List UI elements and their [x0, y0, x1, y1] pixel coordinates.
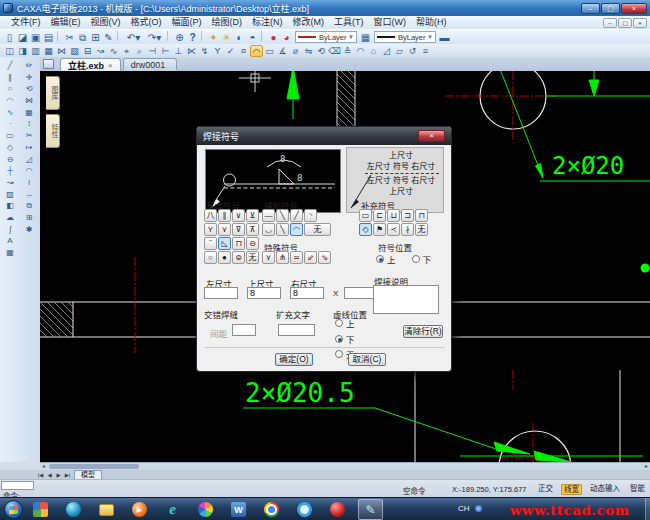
tool-rotate[interactable]: ⟲: [21, 83, 37, 95]
document-tab[interactable]: drw0001: [123, 58, 178, 71]
tool-circle[interactable]: ○: [2, 83, 18, 95]
panel-tab-properties[interactable]: 特性: [46, 114, 60, 148]
tool-ellipse[interactable]: ⊖: [2, 154, 18, 166]
symbol-position-radio[interactable]: 上: [376, 253, 396, 265]
aux-symbol-button[interactable]: ◝: [304, 209, 317, 222]
tool-block[interactable]: ◧: [2, 200, 18, 212]
draw-tool[interactable]: ⌕: [133, 45, 146, 57]
tool-spline[interactable]: ∿: [2, 107, 18, 119]
tool-polyline[interactable]: ↝: [2, 177, 18, 189]
menu-item[interactable]: 格式(O): [126, 16, 167, 29]
basic-symbol-button[interactable]: ○: [204, 251, 217, 264]
supp-symbol-button[interactable]: ⊐: [401, 209, 414, 222]
menu-item[interactable]: 编辑(E): [46, 16, 86, 29]
scroll-right-icon[interactable]: ►: [644, 463, 649, 470]
tool-fillet[interactable]: ◠: [21, 165, 37, 177]
line-width-combo[interactable]: ByLayer ▼: [374, 31, 436, 43]
aux-symbol-button[interactable]: ╱: [290, 209, 303, 222]
basic-symbol-button[interactable]: ⊽: [232, 223, 245, 236]
basic-symbol-button[interactable]: ‾: [204, 237, 217, 250]
basic-symbol-button[interactable]: ⊜: [232, 251, 245, 264]
app-bluering[interactable]: [292, 499, 317, 520]
close-button[interactable]: ×: [621, 3, 647, 14]
basic-symbol-button[interactable]: ⊓: [232, 237, 245, 250]
basic-symbol-button[interactable]: ⊖: [246, 237, 259, 250]
tray-icon[interactable]: [475, 505, 482, 512]
app-word[interactable]: [226, 499, 251, 520]
app-mediaplayer[interactable]: [127, 499, 152, 520]
horizontal-scrollbar[interactable]: ◄ ►: [40, 462, 650, 470]
draw-tool[interactable]: ◨: [16, 45, 29, 57]
special-symbol-button[interactable]: ⋎: [262, 251, 275, 264]
tool-move[interactable]: ✛: [21, 72, 37, 84]
tool-erase[interactable]: ✏: [21, 60, 37, 72]
tool-cloud[interactable]: ☁: [2, 212, 18, 224]
draw-tool[interactable]: ∿: [107, 45, 120, 57]
weld-note-input[interactable]: [373, 285, 439, 314]
app-ie-browser[interactable]: [160, 499, 185, 520]
draw-tool[interactable]: ▧: [68, 45, 81, 57]
tool-explode[interactable]: ✱: [21, 224, 37, 236]
aux-symbol-button[interactable]: ◡: [262, 223, 275, 236]
draw-tool[interactable]: ¤: [237, 45, 250, 57]
tool-hatch[interactable]: ▨: [2, 189, 18, 201]
draw-tool[interactable]: ⋉: [185, 45, 198, 57]
basic-symbol-button[interactable]: ●: [218, 251, 231, 264]
special-symbol-button[interactable]: ≃: [290, 251, 303, 264]
maximize-button[interactable]: ▢: [601, 3, 620, 14]
aux-symbol-button[interactable]: ╲: [276, 223, 289, 236]
draw-tool[interactable]: ▭: [263, 45, 276, 57]
supp-symbol-button[interactable]: ⊓: [415, 209, 428, 222]
draw-tool[interactable]: Y: [211, 45, 224, 57]
scrollbar-thumb[interactable]: [49, 464, 139, 469]
right-dim-input[interactable]: [290, 287, 324, 299]
draw-tool[interactable]: ⊢: [159, 45, 172, 57]
draw-tool[interactable]: ◿: [380, 45, 393, 57]
child-restore-button[interactable]: ▢: [618, 18, 632, 28]
supp-symbol-button[interactable]: ▭: [359, 209, 372, 222]
special-symbol-button[interactable]: ⇘: [318, 251, 331, 264]
tool-text[interactable]: A: [2, 235, 18, 247]
tool-chamfer[interactable]: ◿: [21, 154, 37, 166]
menu-item[interactable]: 标注(N): [247, 16, 288, 29]
tool-break[interactable]: ≀: [21, 177, 37, 189]
basic-symbol-button[interactable]: ∥: [218, 209, 231, 222]
supp-symbol-button[interactable]: ∤: [401, 223, 414, 236]
clear-row-button[interactable]: 清除行(R): [403, 325, 443, 338]
draw-tool[interactable]: ⇋: [302, 45, 315, 57]
format-brush-icon[interactable]: ✎: [102, 31, 115, 44]
grip-point[interactable]: [641, 264, 650, 273]
draw-tool[interactable]: ⌖: [120, 45, 133, 57]
basic-symbol-button[interactable]: 无: [246, 251, 259, 264]
app-colorblocks[interactable]: [28, 499, 53, 520]
supp-symbol-button[interactable]: ≺: [387, 223, 400, 236]
app-red[interactable]: [325, 499, 350, 520]
menu-item[interactable]: 工具(T): [329, 16, 369, 29]
basic-symbol-button[interactable]: ◺: [218, 237, 231, 250]
draw-tool[interactable]: ◫: [3, 45, 16, 57]
active-arc-tool[interactable]: ◠: [250, 45, 263, 57]
bulb-icon[interactable]: ✦: [207, 31, 220, 44]
draw-tool[interactable]: ⌀: [289, 45, 302, 57]
draw-tool[interactable]: ∡: [276, 45, 289, 57]
open-icon[interactable]: ◪: [16, 31, 29, 44]
menu-item[interactable]: 帮助(H): [411, 16, 452, 29]
show-desktop-button[interactable]: [645, 498, 650, 520]
line-color-combo[interactable]: ByLayer ▼: [295, 31, 357, 43]
paste-icon[interactable]: ⊞: [89, 31, 102, 44]
status-toggle[interactable]: 动态输入: [588, 484, 622, 495]
draw-tool[interactable]: ▱: [393, 45, 406, 57]
document-tab[interactable]: 立柱.exb ×: [60, 58, 121, 71]
app-chrome[interactable]: [259, 499, 284, 520]
top-dim-input[interactable]: [247, 287, 281, 299]
sheet-nav-button[interactable]: |◀: [36, 472, 45, 478]
draw-tool[interactable]: ↺: [406, 45, 419, 57]
menu-item[interactable]: 文件(F): [6, 16, 46, 29]
aux-symbol-button[interactable]: ╲: [276, 209, 289, 222]
basic-symbol-button[interactable]: Y: [204, 223, 217, 236]
aux-symbol-button[interactable]: —: [262, 209, 275, 222]
command-input[interactable]: [1, 481, 34, 490]
draw-tool[interactable]: ⊟: [81, 45, 94, 57]
sun-icon[interactable]: ☀: [220, 31, 233, 44]
supp-symbol-button[interactable]: ⊔: [387, 209, 400, 222]
